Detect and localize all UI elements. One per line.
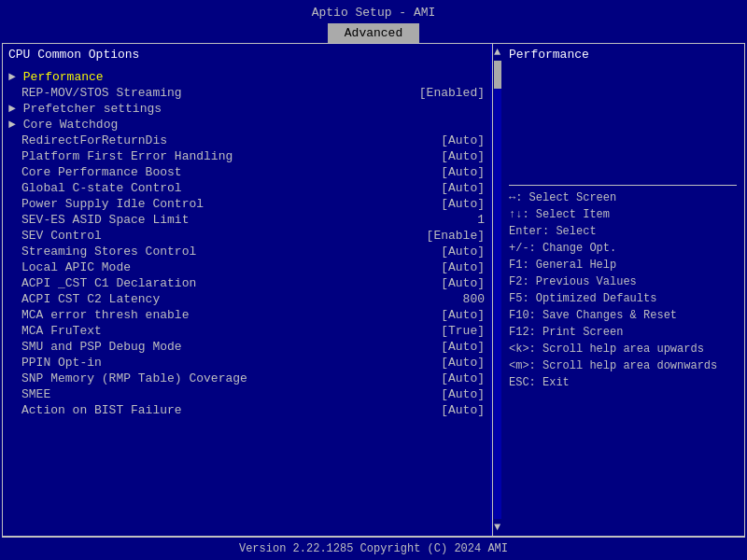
list-item[interactable]: ACPI CST C2 Latency 800 bbox=[8, 291, 485, 307]
help-divider bbox=[509, 185, 737, 186]
app-title: Aptio Setup - AMI bbox=[312, 6, 436, 20]
item-value: [Auto] bbox=[441, 308, 485, 322]
scroll-track bbox=[494, 61, 501, 519]
list-item[interactable]: SEV-ES ASID Space Limit 1 bbox=[8, 212, 485, 228]
item-value: [Auto] bbox=[441, 245, 485, 259]
item-value: [Auto] bbox=[441, 340, 485, 354]
item-label: SMEE bbox=[21, 387, 50, 401]
list-item[interactable]: REP-MOV/STOS Streaming [Enabled] bbox=[8, 85, 485, 101]
help-select-screen: ↔: Select Screen bbox=[509, 189, 737, 206]
item-label: Action on BIST Failure bbox=[21, 403, 182, 417]
item-value: [Auto] bbox=[441, 197, 485, 211]
prefetcher-label: Prefetcher settings bbox=[23, 102, 162, 116]
help-f5: F5: Optimized Defaults bbox=[509, 290, 737, 307]
item-label: Core Performance Boost bbox=[21, 165, 182, 179]
help-scroll-down: <m>: Scroll help area downwards bbox=[509, 357, 737, 374]
item-value: [Auto] bbox=[441, 165, 485, 179]
right-panel: Performance ↔: Select Screen ↑↓: Select … bbox=[501, 44, 744, 536]
item-label: Global C-state Control bbox=[21, 181, 182, 195]
list-item[interactable]: SNP Memory (RMP Table) Coverage [Auto] bbox=[8, 371, 485, 386]
performance-label: Performance bbox=[23, 70, 104, 84]
core-watchdog-label: Core Watchdog bbox=[23, 118, 118, 132]
item-value: 1 bbox=[477, 213, 485, 227]
scroll-down-button[interactable]: ▼ bbox=[494, 519, 500, 536]
help-enter: Enter: Select bbox=[509, 223, 737, 240]
list-item[interactable]: Global C-state Control [Auto] bbox=[8, 180, 485, 196]
help-f12: F12: Print Screen bbox=[509, 324, 737, 341]
help-select-item: ↑↓: Select Item bbox=[509, 206, 737, 223]
scrollbar[interactable]: ▲ ▼ bbox=[492, 44, 501, 536]
item-value: [Auto] bbox=[441, 387, 485, 401]
item-value: [Enable] bbox=[427, 229, 485, 243]
help-f10: F10: Save Changes & Reset bbox=[509, 307, 737, 324]
item-value: [Auto] bbox=[441, 133, 485, 147]
item-label: SEV-ES ASID Space Limit bbox=[21, 213, 189, 227]
item-value: 800 bbox=[463, 292, 485, 306]
tab-advanced[interactable]: Advanced bbox=[328, 23, 419, 43]
item-label: SMU and PSP Debug Mode bbox=[21, 340, 182, 354]
item-label: MCA FruText bbox=[21, 324, 102, 338]
help-f1: F1: General Help bbox=[509, 257, 737, 273]
list-item[interactable]: Power Supply Idle Control [Auto] bbox=[8, 196, 485, 212]
list-item[interactable]: ACPI _CST C1 Declaration [Auto] bbox=[8, 275, 485, 291]
help-text: ↔: Select Screen ↑↓: Select Item Enter: … bbox=[509, 69, 737, 532]
list-item[interactable]: RedirectForReturnDis [Auto] bbox=[8, 133, 485, 148]
item-label: ACPI _CST C1 Declaration bbox=[21, 276, 196, 290]
list-item[interactable]: PPIN Opt-in [Auto] bbox=[8, 355, 485, 371]
item-value: [Auto] bbox=[441, 260, 485, 274]
list-item[interactable]: Streaming Stores Control [Auto] bbox=[8, 244, 485, 259]
prefetcher-arrow: ► bbox=[8, 102, 16, 116]
item-label: PPIN Opt-in bbox=[21, 356, 102, 370]
menu-performance[interactable]: ► Performance bbox=[8, 69, 485, 85]
list-item[interactable]: Local APIC Mode [Auto] bbox=[8, 259, 485, 275]
help-scroll-up: <k>: Scroll help area upwards bbox=[509, 341, 737, 357]
left-panel: CPU Common Options ► Performance REP-MOV… bbox=[3, 44, 492, 536]
list-item[interactable]: Core Performance Boost [Auto] bbox=[8, 164, 485, 180]
menu-items: ► Performance REP-MOV/STOS Streaming [En… bbox=[8, 69, 485, 418]
footer-text: Version 2.22.1285 Copyright (C) 2024 AMI bbox=[239, 542, 508, 555]
item-value: [Auto] bbox=[441, 371, 485, 385]
list-item[interactable]: SMEE [Auto] bbox=[8, 386, 485, 402]
help-esc: ESC: Exit bbox=[509, 374, 737, 391]
right-panel-title: Performance bbox=[509, 48, 737, 62]
list-item[interactable]: Platform First Error Handling [Auto] bbox=[8, 148, 485, 164]
item-label: Local APIC Mode bbox=[21, 260, 131, 274]
performance-arrow: ► bbox=[8, 70, 16, 84]
item-label: Platform First Error Handling bbox=[21, 149, 233, 163]
help-f2: F2: Previous Values bbox=[509, 273, 737, 290]
item-value: [True] bbox=[441, 324, 485, 338]
core-watchdog-arrow: ► bbox=[8, 118, 16, 132]
item-value: [Auto] bbox=[441, 181, 485, 195]
item-value: [Auto] bbox=[441, 276, 485, 290]
list-item[interactable]: Action on BIST Failure [Auto] bbox=[8, 402, 485, 418]
main-content: CPU Common Options ► Performance REP-MOV… bbox=[2, 43, 745, 537]
item-value: [Auto] bbox=[441, 356, 485, 370]
app: Aptio Setup - AMI Advanced CPU Common Op… bbox=[0, 0, 747, 560]
list-item[interactable]: MCA error thresh enable [Auto] bbox=[8, 307, 485, 323]
title-bar: Aptio Setup - AMI bbox=[0, 0, 747, 23]
help-change-opt: +/-: Change Opt. bbox=[509, 240, 737, 257]
item-label: MCA error thresh enable bbox=[21, 308, 189, 322]
item-value: [Auto] bbox=[441, 403, 485, 417]
item-label: REP-MOV/STOS Streaming bbox=[21, 86, 182, 100]
scroll-up-button[interactable]: ▲ bbox=[494, 44, 500, 61]
item-label: RedirectForReturnDis bbox=[21, 133, 167, 147]
item-value: [Enabled] bbox=[419, 86, 485, 100]
scroll-thumb[interactable] bbox=[494, 61, 501, 89]
item-value: [Auto] bbox=[441, 149, 485, 163]
item-label: SEV Control bbox=[21, 229, 102, 243]
left-panel-title: CPU Common Options bbox=[8, 48, 485, 62]
tab-bar: Advanced bbox=[0, 23, 747, 43]
menu-prefetcher[interactable]: ► Prefetcher settings bbox=[8, 101, 485, 117]
item-label: ACPI CST C2 Latency bbox=[21, 292, 160, 306]
item-label: SNP Memory (RMP Table) Coverage bbox=[21, 371, 247, 385]
footer: Version 2.22.1285 Copyright (C) 2024 AMI bbox=[2, 537, 745, 560]
list-item[interactable]: MCA FruText [True] bbox=[8, 323, 485, 339]
item-label: Streaming Stores Control bbox=[21, 245, 196, 259]
list-item[interactable]: SMU and PSP Debug Mode [Auto] bbox=[8, 339, 485, 355]
menu-core-watchdog[interactable]: ► Core Watchdog bbox=[8, 117, 485, 133]
item-label: Power Supply Idle Control bbox=[21, 197, 204, 211]
list-item[interactable]: SEV Control [Enable] bbox=[8, 228, 485, 244]
